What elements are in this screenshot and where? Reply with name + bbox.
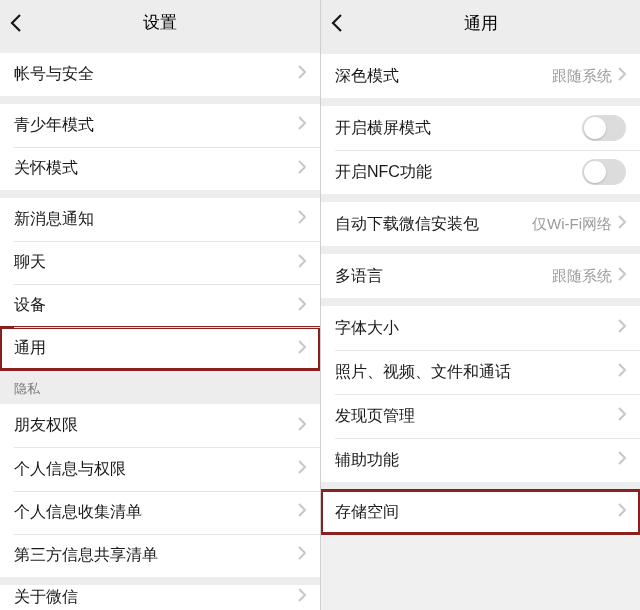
group-spacer: [321, 194, 640, 202]
toggle-switch[interactable]: [582, 159, 626, 185]
item-label: 关于微信: [14, 587, 298, 608]
item-label: 帐号与安全: [14, 64, 298, 85]
list-item[interactable]: 个人信息与权限: [0, 447, 320, 490]
item-label: 辅助功能: [335, 450, 618, 471]
section-header: 隐私: [0, 370, 320, 404]
item-label: 个人信息与权限: [14, 459, 298, 480]
list-item[interactable]: 多语言跟随系统: [321, 254, 640, 298]
chevron-right-icon: [298, 340, 306, 358]
item-label: 设备: [14, 295, 298, 316]
item-label: 开启横屏模式: [335, 118, 582, 139]
item-label: 照片、视频、文件和通话: [335, 362, 618, 383]
group-spacer: [321, 298, 640, 306]
list-item[interactable]: 关于微信: [0, 585, 320, 610]
list-item[interactable]: 深色模式跟随系统: [321, 54, 640, 98]
toggle-switch[interactable]: [582, 115, 626, 141]
chevron-right-icon: [298, 588, 306, 606]
chevron-right-icon: [618, 503, 626, 521]
item-label: 存储空间: [335, 502, 618, 523]
item-value: 跟随系统: [552, 267, 612, 286]
item-label: 第三方信息共享清单: [14, 545, 298, 566]
list-item[interactable]: 照片、视频、文件和通话: [321, 350, 640, 394]
general-panel: 通用深色模式跟随系统开启横屏模式开启NFC功能自动下载微信安装包仅Wi-Fi网络…: [320, 0, 640, 610]
list-item[interactable]: 存储空间: [321, 490, 640, 534]
item-label: 聊天: [14, 252, 298, 273]
list-item[interactable]: 字体大小: [321, 306, 640, 350]
chevron-right-icon: [298, 116, 306, 134]
chevron-right-icon: [618, 267, 626, 285]
item-label: 字体大小: [335, 318, 618, 339]
list-item[interactable]: 发现页管理: [321, 394, 640, 438]
item-label: 深色模式: [335, 66, 552, 87]
chevron-right-icon: [298, 210, 306, 228]
group-spacer: [321, 482, 640, 490]
item-label: 通用: [14, 338, 298, 359]
group-spacer: [321, 98, 640, 106]
list-item[interactable]: 第三方信息共享清单: [0, 534, 320, 577]
item-label: 关怀模式: [14, 158, 298, 179]
settings-panel: 设置帐号与安全青少年模式关怀模式新消息通知聊天设备通用隐私朋友权限个人信息与权限…: [0, 0, 320, 610]
group-spacer: [321, 246, 640, 254]
list-item[interactable]: 设备: [0, 284, 320, 327]
item-label: 自动下载微信安装包: [335, 214, 532, 235]
list-item[interactable]: 通用: [0, 327, 320, 370]
group-spacer: [0, 96, 320, 104]
chevron-right-icon: [618, 363, 626, 381]
chevron-right-icon: [298, 503, 306, 521]
chevron-right-icon: [618, 67, 626, 85]
chevron-right-icon: [298, 460, 306, 478]
group-spacer: [0, 577, 320, 585]
group-spacer: [321, 46, 640, 54]
list-item[interactable]: 开启横屏模式: [321, 106, 640, 150]
item-label: 多语言: [335, 266, 552, 287]
list-item[interactable]: 开启NFC功能: [321, 150, 640, 194]
nav-header: 通用: [321, 0, 640, 46]
item-label: 新消息通知: [14, 209, 298, 230]
list-item[interactable]: 朋友权限: [0, 404, 320, 447]
item-label: 朋友权限: [14, 415, 298, 436]
app-root: 设置帐号与安全青少年模式关怀模式新消息通知聊天设备通用隐私朋友权限个人信息与权限…: [0, 0, 640, 610]
item-value: 跟随系统: [552, 67, 612, 86]
list-item[interactable]: 新消息通知: [0, 198, 320, 241]
back-button[interactable]: [10, 0, 22, 46]
item-label: 开启NFC功能: [335, 162, 582, 183]
group-spacer: [0, 45, 320, 53]
item-value: 仅Wi-Fi网络: [532, 215, 612, 234]
back-button[interactable]: [331, 0, 343, 46]
group-spacer: [0, 190, 320, 198]
list-item[interactable]: 青少年模式: [0, 104, 320, 147]
chevron-right-icon: [298, 546, 306, 564]
chevron-right-icon: [298, 254, 306, 272]
list-item[interactable]: 帐号与安全: [0, 53, 320, 96]
chevron-right-icon: [618, 407, 626, 425]
chevron-right-icon: [298, 417, 306, 435]
chevron-right-icon: [298, 65, 306, 83]
list-item[interactable]: 个人信息收集清单: [0, 491, 320, 534]
item-label: 个人信息收集清单: [14, 502, 298, 523]
chevron-right-icon: [618, 215, 626, 233]
list-item[interactable]: 辅助功能: [321, 438, 640, 482]
item-label: 青少年模式: [14, 115, 298, 136]
list-item[interactable]: 关怀模式: [0, 147, 320, 190]
item-label: 发现页管理: [335, 406, 618, 427]
list-item[interactable]: 聊天: [0, 241, 320, 284]
chevron-right-icon: [618, 451, 626, 469]
chevron-right-icon: [298, 160, 306, 178]
chevron-right-icon: [618, 319, 626, 337]
page-title: 通用: [464, 12, 498, 35]
list-item[interactable]: 自动下载微信安装包仅Wi-Fi网络: [321, 202, 640, 246]
chevron-right-icon: [298, 297, 306, 315]
page-title: 设置: [143, 11, 177, 34]
nav-header: 设置: [0, 0, 320, 45]
